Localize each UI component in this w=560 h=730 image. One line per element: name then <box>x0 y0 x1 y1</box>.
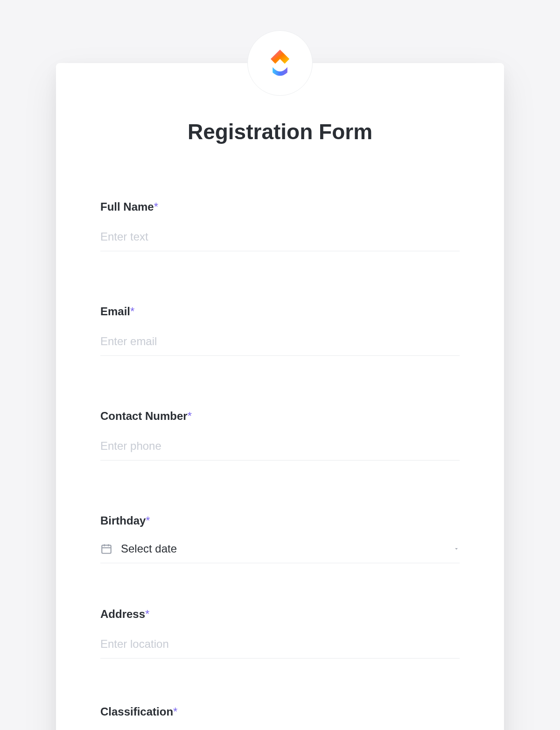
required-marker: * <box>145 608 149 620</box>
birthday-label: Birthday* <box>100 514 460 527</box>
registration-form-card: Registration Form Full Name* Email* <box>56 63 504 730</box>
field-birthday: Birthday* Select date <box>100 514 460 563</box>
label-text: Address <box>100 608 145 620</box>
field-email: Email* <box>100 305 460 356</box>
full-name-label: Full Name* <box>100 200 460 213</box>
label-text: Email <box>100 305 130 318</box>
label-text: Classification <box>100 705 173 718</box>
date-placeholder-text: Select date <box>121 542 453 555</box>
fields-container: Full Name* Email* Contact Number* <box>56 144 504 730</box>
field-contact-number: Contact Number* <box>100 410 460 461</box>
svg-rect-0 <box>102 545 111 553</box>
clickup-logo-icon <box>263 46 297 80</box>
full-name-input[interactable] <box>100 225 460 251</box>
required-marker: * <box>130 305 134 318</box>
email-input[interactable] <box>100 329 460 356</box>
contact-number-label: Contact Number* <box>100 410 460 423</box>
chevron-down-icon <box>453 546 460 552</box>
address-label: Address* <box>100 608 460 621</box>
required-marker: * <box>146 514 150 527</box>
birthday-date-picker[interactable]: Select date <box>100 539 460 563</box>
field-address: Address* <box>100 608 460 659</box>
label-text: Birthday <box>100 514 146 527</box>
required-marker: * <box>154 200 158 213</box>
logo-container <box>247 30 313 96</box>
address-input[interactable] <box>100 632 460 659</box>
email-label: Email* <box>100 305 460 318</box>
calendar-icon <box>100 543 112 555</box>
label-text: Full Name <box>100 200 154 213</box>
label-text: Contact Number <box>100 410 188 422</box>
contact-number-input[interactable] <box>100 434 460 461</box>
field-classification: Classification* – <box>100 705 460 730</box>
required-marker: * <box>188 410 192 422</box>
classification-label: Classification* <box>100 705 460 718</box>
required-marker: * <box>173 705 177 718</box>
field-full-name: Full Name* <box>100 200 460 251</box>
